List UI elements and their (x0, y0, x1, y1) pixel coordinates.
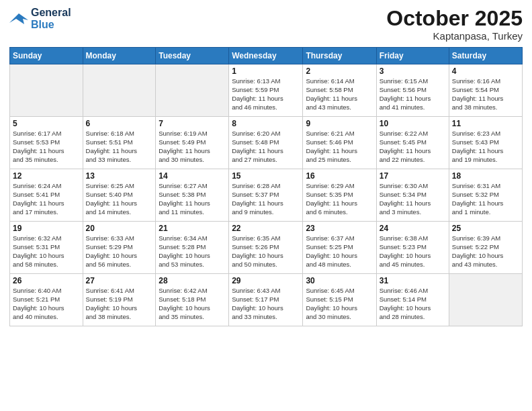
day-number: 24 (380, 224, 446, 233)
day-number: 2 (306, 66, 373, 76)
day-info: Sunrise: 6:22 AM Sunset: 5:45 PM Dayligh… (380, 130, 446, 164)
svg-marker-0 (9, 13, 28, 24)
col-tuesday: Tuesday (156, 48, 229, 64)
day-number: 17 (380, 171, 446, 181)
day-info: Sunrise: 6:46 AM Sunset: 5:14 PM Dayligh… (380, 287, 446, 321)
day-info: Sunrise: 6:39 AM Sunset: 5:22 PM Dayligh… (452, 234, 519, 269)
day-number: 6 (86, 119, 153, 128)
day-number: 19 (13, 224, 80, 233)
week-row-3: 12Sunrise: 6:24 AM Sunset: 5:41 PM Dayli… (10, 169, 523, 222)
table-row: 8Sunrise: 6:20 AM Sunset: 5:48 PM Daylig… (229, 117, 303, 169)
table-row: 7Sunrise: 6:19 AM Sunset: 5:49 PM Daylig… (156, 117, 229, 169)
week-row-5: 26Sunrise: 6:40 AM Sunset: 5:21 PM Dayli… (10, 274, 523, 326)
table-row: 10Sunrise: 6:22 AM Sunset: 5:45 PM Dayli… (376, 117, 449, 169)
col-saturday: Saturday (449, 48, 522, 64)
day-number: 4 (452, 66, 519, 76)
table-row (83, 64, 156, 117)
col-sunday: Sunday (10, 48, 83, 64)
day-info: Sunrise: 6:13 AM Sunset: 5:59 PM Dayligh… (232, 77, 300, 111)
table-row: 15Sunrise: 6:28 AM Sunset: 5:37 PM Dayli… (229, 169, 303, 222)
table-row (449, 274, 522, 326)
day-info: Sunrise: 6:14 AM Sunset: 5:58 PM Dayligh… (306, 77, 373, 111)
day-info: Sunrise: 6:45 AM Sunset: 5:15 PM Dayligh… (306, 287, 373, 321)
day-number: 31 (380, 276, 446, 285)
table-row: 13Sunrise: 6:25 AM Sunset: 5:40 PM Dayli… (83, 169, 156, 222)
day-number: 7 (159, 119, 226, 128)
table-row: 21Sunrise: 6:34 AM Sunset: 5:28 PM Dayli… (156, 222, 229, 274)
day-number: 26 (13, 276, 80, 285)
table-row: 5Sunrise: 6:17 AM Sunset: 5:53 PM Daylig… (10, 117, 83, 169)
table-row: 3Sunrise: 6:15 AM Sunset: 5:56 PM Daylig… (376, 64, 449, 117)
day-number: 1 (232, 66, 300, 76)
table-row: 26Sunrise: 6:40 AM Sunset: 5:21 PM Dayli… (10, 274, 83, 326)
table-row: 30Sunrise: 6:45 AM Sunset: 5:15 PM Dayli… (303, 274, 376, 326)
table-row (156, 64, 229, 117)
day-number: 22 (232, 224, 300, 233)
calendar-table: Sunday Monday Tuesday Wednesday Thursday… (9, 47, 523, 326)
day-info: Sunrise: 6:43 AM Sunset: 5:17 PM Dayligh… (232, 287, 300, 321)
page: General Blue October 2025 Kaptanpasa, Tu… (0, 0, 532, 411)
day-number: 23 (306, 224, 373, 233)
table-row: 20Sunrise: 6:33 AM Sunset: 5:29 PM Dayli… (83, 222, 156, 274)
day-number: 5 (13, 119, 80, 128)
day-number: 9 (306, 119, 373, 128)
day-info: Sunrise: 6:15 AM Sunset: 5:56 PM Dayligh… (380, 77, 446, 111)
table-row: 2Sunrise: 6:14 AM Sunset: 5:58 PM Daylig… (303, 64, 376, 117)
col-friday: Friday (376, 48, 449, 64)
day-number: 12 (13, 171, 80, 181)
day-number: 3 (380, 66, 446, 76)
table-row (10, 64, 83, 117)
day-info: Sunrise: 6:40 AM Sunset: 5:21 PM Dayligh… (13, 287, 80, 321)
day-number: 21 (159, 224, 226, 233)
table-row: 29Sunrise: 6:43 AM Sunset: 5:17 PM Dayli… (229, 274, 303, 326)
day-number: 16 (306, 171, 373, 181)
day-info: Sunrise: 6:31 AM Sunset: 5:32 PM Dayligh… (452, 182, 519, 216)
table-row: 23Sunrise: 6:37 AM Sunset: 5:25 PM Dayli… (303, 222, 376, 274)
week-row-4: 19Sunrise: 6:32 AM Sunset: 5:31 PM Dayli… (10, 222, 523, 274)
day-info: Sunrise: 6:18 AM Sunset: 5:51 PM Dayligh… (86, 130, 153, 164)
day-info: Sunrise: 6:23 AM Sunset: 5:43 PM Dayligh… (452, 130, 519, 164)
logo: General Blue (9, 7, 71, 30)
day-number: 8 (232, 119, 300, 128)
day-info: Sunrise: 6:42 AM Sunset: 5:18 PM Dayligh… (159, 287, 226, 321)
day-number: 11 (452, 119, 519, 128)
day-number: 25 (452, 224, 519, 233)
day-info: Sunrise: 6:24 AM Sunset: 5:41 PM Dayligh… (13, 182, 80, 216)
day-info: Sunrise: 6:25 AM Sunset: 5:40 PM Dayligh… (86, 182, 153, 216)
table-row: 18Sunrise: 6:31 AM Sunset: 5:32 PM Dayli… (449, 169, 522, 222)
day-info: Sunrise: 6:16 AM Sunset: 5:54 PM Dayligh… (452, 77, 519, 111)
table-row: 28Sunrise: 6:42 AM Sunset: 5:18 PM Dayli… (156, 274, 229, 326)
day-info: Sunrise: 6:20 AM Sunset: 5:48 PM Dayligh… (232, 130, 300, 164)
table-row: 12Sunrise: 6:24 AM Sunset: 5:41 PM Dayli… (10, 169, 83, 222)
week-row-1: 1Sunrise: 6:13 AM Sunset: 5:59 PM Daylig… (10, 64, 523, 117)
day-number: 14 (159, 171, 226, 181)
table-row: 22Sunrise: 6:35 AM Sunset: 5:26 PM Dayli… (229, 222, 303, 274)
table-row: 24Sunrise: 6:38 AM Sunset: 5:23 PM Dayli… (376, 222, 449, 274)
day-info: Sunrise: 6:37 AM Sunset: 5:25 PM Dayligh… (306, 234, 373, 269)
day-number: 13 (86, 171, 153, 181)
day-info: Sunrise: 6:41 AM Sunset: 5:19 PM Dayligh… (86, 287, 153, 321)
day-number: 27 (86, 276, 153, 285)
table-row: 25Sunrise: 6:39 AM Sunset: 5:22 PM Dayli… (449, 222, 522, 274)
table-row: 11Sunrise: 6:23 AM Sunset: 5:43 PM Dayli… (449, 117, 522, 169)
day-info: Sunrise: 6:35 AM Sunset: 5:26 PM Dayligh… (232, 234, 300, 269)
table-row: 27Sunrise: 6:41 AM Sunset: 5:19 PM Dayli… (83, 274, 156, 326)
month-title: October 2025 (386, 7, 523, 30)
day-info: Sunrise: 6:32 AM Sunset: 5:31 PM Dayligh… (13, 234, 80, 269)
table-row: 6Sunrise: 6:18 AM Sunset: 5:51 PM Daylig… (83, 117, 156, 169)
location: Kaptanpasa, Turkey (386, 30, 523, 42)
header: General Blue October 2025 Kaptanpasa, Tu… (9, 7, 523, 42)
day-info: Sunrise: 6:34 AM Sunset: 5:28 PM Dayligh… (159, 234, 226, 269)
col-monday: Monday (83, 48, 156, 64)
day-number: 20 (86, 224, 153, 233)
table-row: 31Sunrise: 6:46 AM Sunset: 5:14 PM Dayli… (376, 274, 449, 326)
day-info: Sunrise: 6:28 AM Sunset: 5:37 PM Dayligh… (232, 182, 300, 216)
logo-icon (9, 11, 28, 27)
title-block: October 2025 Kaptanpasa, Turkey (386, 7, 523, 42)
table-row: 14Sunrise: 6:27 AM Sunset: 5:38 PM Dayli… (156, 169, 229, 222)
day-info: Sunrise: 6:30 AM Sunset: 5:34 PM Dayligh… (380, 182, 446, 216)
day-info: Sunrise: 6:38 AM Sunset: 5:23 PM Dayligh… (380, 234, 446, 269)
logo-text: General Blue (31, 7, 71, 30)
table-row: 16Sunrise: 6:29 AM Sunset: 5:35 PM Dayli… (303, 169, 376, 222)
calendar-header-row: Sunday Monday Tuesday Wednesday Thursday… (10, 48, 523, 64)
